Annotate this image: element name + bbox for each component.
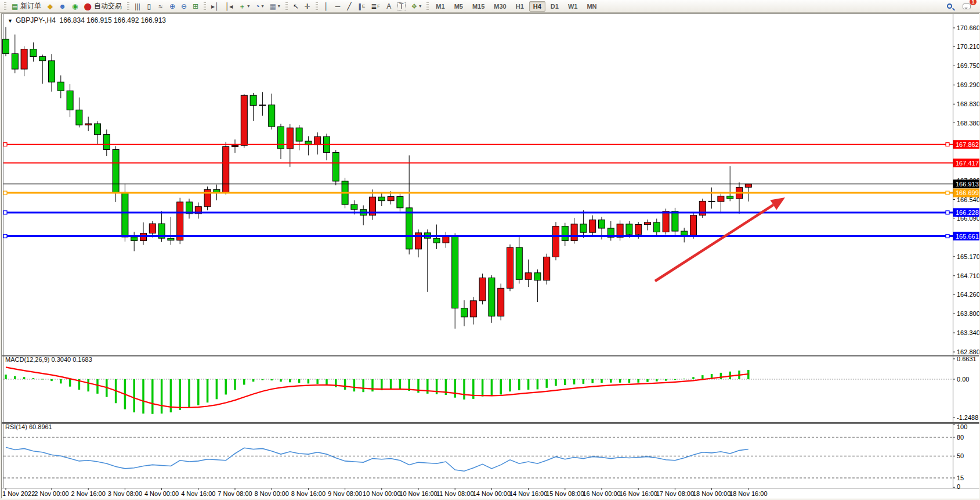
candlestick-button-icon: ▯ xyxy=(147,3,151,10)
svg-text:14 Nov 16:00: 14 Nov 16:00 xyxy=(509,490,547,497)
svg-text:3 Nov 08:00: 3 Nov 08:00 xyxy=(108,490,142,497)
new-order-button[interactable]: ▤新订单 xyxy=(9,1,44,12)
text-label-button[interactable]: T xyxy=(395,1,407,12)
svg-text:163.340: 163.340 xyxy=(957,329,979,336)
svg-text:0: 0 xyxy=(957,483,960,490)
chart-canvas[interactable]: 170.660170.210169.750169.290168.830168.3… xyxy=(2,14,979,499)
timeframe-d1-button[interactable]: D1 xyxy=(547,1,563,12)
svg-text:17 Nov 08:00: 17 Nov 08:00 xyxy=(656,490,694,497)
bar-chart-button-icon: ||| xyxy=(135,3,140,10)
text-button[interactable]: A xyxy=(384,1,394,12)
svg-text:168.380: 168.380 xyxy=(957,120,979,127)
horizontal-line-button[interactable]: ─ xyxy=(332,1,343,12)
candlestick-button[interactable]: ▯ xyxy=(144,1,154,12)
timeframe-h1-button[interactable]: H1 xyxy=(512,1,528,12)
chart-menu-icon[interactable]: ▼ xyxy=(8,18,13,24)
svg-text:80: 80 xyxy=(957,434,964,441)
timeframe-m1-button[interactable]: M1 xyxy=(432,1,449,12)
toolbar-grip xyxy=(4,2,6,10)
crosshair-button[interactable]: ✛ xyxy=(302,1,313,12)
svg-text:163.800: 163.800 xyxy=(957,310,979,317)
cursor-button-icon: ↖ xyxy=(293,3,299,10)
vertical-line-button[interactable]: │ xyxy=(321,1,331,12)
chart-title: ▼GBPJPY-,H4 166.834 166.915 166.492 166.… xyxy=(8,16,166,24)
line-chart-button[interactable]: ≈ xyxy=(156,1,166,12)
text-button-icon: A xyxy=(386,3,391,10)
svg-text:16 Nov 16:00: 16 Nov 16:00 xyxy=(619,490,657,497)
svg-text:10 Nov 00:00: 10 Nov 00:00 xyxy=(363,490,400,497)
metaeditor-button[interactable]: ◆ xyxy=(45,1,55,12)
zoom-out-button[interactable]: ⊖ xyxy=(179,1,189,12)
svg-text:8 Nov 16:00: 8 Nov 16:00 xyxy=(291,490,326,497)
tile-windows-button[interactable]: ⊞ xyxy=(190,1,201,12)
periods-button[interactable]: ◔▾ xyxy=(253,1,266,12)
svg-text:164.710: 164.710 xyxy=(957,272,979,279)
svg-text:9 Nov 08:00: 9 Nov 08:00 xyxy=(328,490,362,497)
fibonacci-button-icon: ≣ xyxy=(371,3,377,10)
chevron-down-icon[interactable]: ▾ xyxy=(419,3,421,9)
arrows-button[interactable]: ❖▾ xyxy=(409,1,424,12)
signals-button-icon: ◉ xyxy=(72,3,78,10)
autotrading-button-icon: ⬤ xyxy=(84,3,91,10)
zoom-out-button-icon: ⊖ xyxy=(181,3,187,10)
crosshair-button-icon: ✛ xyxy=(305,3,310,10)
chart-symbol-period: GBPJPY-,H4 xyxy=(16,16,56,24)
svg-text:167.862: 167.862 xyxy=(956,141,979,148)
bar-chart-button[interactable]: ||| xyxy=(132,1,143,12)
chart-shift-button-icon: │◂ xyxy=(225,3,233,10)
macd-indicator-label: MACD(12,26,9) 0.3040 0.1683 xyxy=(5,356,92,363)
svg-text:0.6631: 0.6631 xyxy=(957,355,977,362)
cursor-button[interactable]: ↖ xyxy=(291,1,301,12)
signals-button[interactable]: ◉ xyxy=(70,1,80,12)
svg-text:164.260: 164.260 xyxy=(957,291,979,298)
market-watch-button-icon: ☻ xyxy=(59,3,66,10)
autotrading-button[interactable]: ⬤自动交易 xyxy=(81,1,124,12)
timeframe-mn-button[interactable]: MN xyxy=(583,1,601,12)
svg-text:8 Nov 00:00: 8 Nov 00:00 xyxy=(255,490,289,497)
svg-text:1 Nov 2022: 1 Nov 2022 xyxy=(2,490,35,497)
timeframe-h4-button[interactable]: H4 xyxy=(529,1,545,12)
channel-button-icon: ∥ xyxy=(358,3,361,10)
trendline-button[interactable]: ╱ xyxy=(344,1,355,12)
chevron-down-icon[interactable]: ▾ xyxy=(247,3,249,9)
panel-borders xyxy=(2,14,979,499)
svg-text:7 Nov 08:00: 7 Nov 08:00 xyxy=(218,490,252,497)
templates-button-icon: ▦ xyxy=(269,3,276,10)
auto-scroll-button[interactable]: ▸│ xyxy=(209,1,222,12)
market-watch-button[interactable]: ☻ xyxy=(56,1,68,12)
search-button[interactable] xyxy=(944,1,954,12)
search-icon xyxy=(947,3,952,9)
chevron-down-icon[interactable]: ▾ xyxy=(278,3,280,9)
svg-text:165.170: 165.170 xyxy=(957,253,979,260)
toolbar-grip xyxy=(426,2,429,10)
rsi-indicator-label: RSI(14) 60.8961 xyxy=(5,423,52,430)
time-axis-labels: 1 Nov 20222 Nov 00:002 Nov 16:003 Nov 08… xyxy=(2,488,768,497)
chevron-down-icon[interactable]: ▾ xyxy=(261,3,263,9)
svg-text:18 Nov 16:00: 18 Nov 16:00 xyxy=(729,490,767,497)
main-toolbar: ▤新订单◆☻◉⬤自动交易|||▯≈⊕⊖⊞▸││◂＋▾◔▾▦▾↖✛│─╱∥E≣FA… xyxy=(0,0,980,13)
indicators-button[interactable]: ＋▾ xyxy=(236,1,252,12)
svg-text:166.699: 166.699 xyxy=(956,189,979,196)
tile-windows-button-icon: ⊞ xyxy=(193,3,198,10)
indicators-button-icon: ＋ xyxy=(238,3,245,10)
chart-shift-button[interactable]: │◂ xyxy=(223,1,236,12)
notifications-button[interactable]: 1 xyxy=(960,1,973,12)
rsi-value: 60.8961 xyxy=(29,423,52,430)
svg-text:162.880: 162.880 xyxy=(957,348,979,355)
toolbar-grip xyxy=(127,2,129,10)
timeframe-m5-button[interactable]: M5 xyxy=(450,1,467,12)
timeframe-m30-button[interactable]: M30 xyxy=(490,1,510,12)
chart-window[interactable]: ▼GBPJPY-,H4 166.834 166.915 166.492 166.… xyxy=(1,13,979,498)
templates-button[interactable]: ▦▾ xyxy=(267,1,282,12)
timeframe-w1-button[interactable]: W1 xyxy=(564,1,582,12)
zoom-in-button-icon: ⊕ xyxy=(169,3,175,10)
line-chart-button-icon: ≈ xyxy=(159,3,163,10)
svg-text:170.210: 170.210 xyxy=(957,43,979,50)
trendline-button-icon: ╱ xyxy=(347,3,351,10)
svg-text:15 Nov 08:00: 15 Nov 08:00 xyxy=(546,490,584,497)
svg-text:16 Nov 00:00: 16 Nov 00:00 xyxy=(583,490,620,497)
channel-button[interactable]: ∥E xyxy=(356,1,367,12)
fibonacci-button[interactable]: ≣F xyxy=(368,1,382,12)
zoom-in-button[interactable]: ⊕ xyxy=(167,1,178,12)
timeframe-m15-button[interactable]: M15 xyxy=(468,1,489,12)
